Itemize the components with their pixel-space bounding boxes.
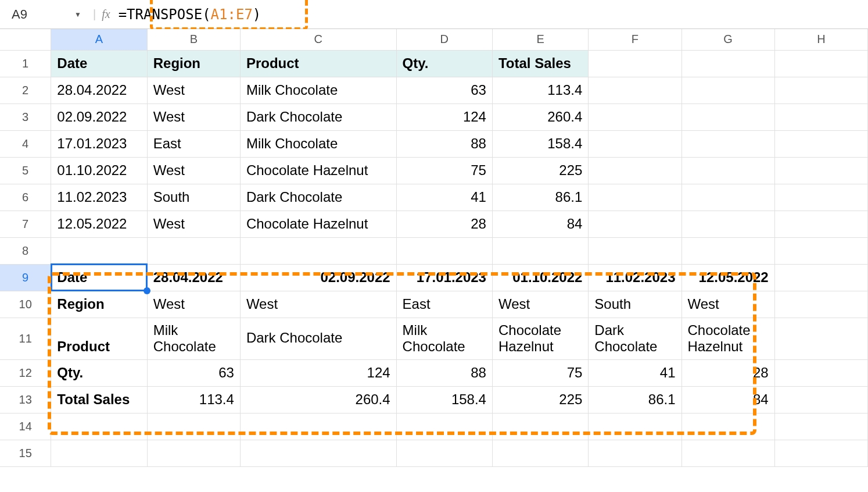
cell-G12[interactable]: 28 bbox=[682, 359, 774, 386]
cell-B4[interactable]: East bbox=[147, 130, 240, 157]
cell-F4[interactable] bbox=[589, 130, 682, 157]
row-header-10[interactable]: 10 bbox=[0, 291, 51, 318]
row-header-9[interactable]: 9 bbox=[0, 264, 51, 291]
cell-B10[interactable]: West bbox=[147, 291, 240, 318]
cell-H1[interactable] bbox=[774, 50, 867, 77]
cell-C11[interactable]: Dark Chocolate bbox=[240, 318, 396, 359]
cell-A11[interactable]: Product bbox=[51, 318, 147, 359]
row-header-11[interactable]: 11 bbox=[0, 318, 51, 359]
cell-C7[interactable]: Chocolate Hazelnut bbox=[240, 211, 396, 237]
cell-B3[interactable]: West bbox=[147, 104, 240, 130]
cell-H10[interactable] bbox=[774, 291, 867, 318]
cell-H6[interactable] bbox=[774, 184, 867, 211]
col-header-B[interactable]: B bbox=[147, 29, 240, 50]
cell-C5[interactable]: Chocolate Hazelnut bbox=[240, 157, 396, 184]
col-header-H[interactable]: H bbox=[774, 29, 867, 50]
cell-E6[interactable]: 86.1 bbox=[492, 184, 588, 211]
cell-F6[interactable] bbox=[589, 184, 682, 211]
cell-A6[interactable]: 11.02.2023 bbox=[51, 184, 147, 211]
row-header-1[interactable]: 1 bbox=[0, 50, 51, 77]
cell-H4[interactable] bbox=[774, 130, 867, 157]
cell-F2[interactable] bbox=[589, 77, 682, 104]
selection-handle[interactable] bbox=[144, 287, 150, 294]
cell-B11[interactable]: Milk Chocolate bbox=[147, 318, 240, 359]
cell-A3[interactable]: 02.09.2022 bbox=[51, 104, 147, 130]
cell-G4[interactable] bbox=[682, 130, 774, 157]
cell-C3[interactable]: Dark Chocolate bbox=[240, 104, 396, 130]
cell-H3[interactable] bbox=[774, 104, 867, 130]
cell-E7[interactable]: 84 bbox=[492, 211, 588, 237]
cell-C2[interactable]: Milk Chocolate bbox=[240, 77, 396, 104]
spreadsheet-grid[interactable]: A B C D E F G H 1 Date Region Product Qt… bbox=[0, 29, 868, 467]
row-header-6[interactable]: 6 bbox=[0, 184, 51, 211]
cell-A4[interactable]: 17.01.2023 bbox=[51, 130, 147, 157]
cell-F1[interactable] bbox=[589, 50, 682, 77]
cell-F13[interactable]: 86.1 bbox=[589, 386, 682, 413]
cell-H13[interactable] bbox=[774, 386, 867, 413]
cell-A8[interactable] bbox=[51, 237, 147, 264]
fx-icon[interactable]: fx bbox=[102, 8, 110, 21]
cell-D11[interactable]: Milk Chocolate bbox=[396, 318, 492, 359]
cell-F9[interactable]: 11.02.2023 bbox=[589, 264, 682, 291]
cell-G3[interactable] bbox=[682, 104, 774, 130]
cell-B7[interactable]: West bbox=[147, 211, 240, 237]
cell-B2[interactable]: West bbox=[147, 77, 240, 104]
cell-A2[interactable]: 28.04.2022 bbox=[51, 77, 147, 104]
row-header-2[interactable]: 2 bbox=[0, 77, 51, 104]
cell-C1[interactable]: Product bbox=[240, 50, 396, 77]
col-header-G[interactable]: G bbox=[682, 29, 774, 50]
cell-D2[interactable]: 63 bbox=[396, 77, 492, 104]
col-header-F[interactable]: F bbox=[589, 29, 682, 50]
cell-A10[interactable]: Region bbox=[51, 291, 147, 318]
cell-E11[interactable]: Chocolate Hazelnut bbox=[492, 318, 588, 359]
row-header-15[interactable]: 15 bbox=[0, 440, 51, 466]
cell-G5[interactable] bbox=[682, 157, 774, 184]
cell-F7[interactable] bbox=[589, 211, 682, 237]
cell-A5[interactable]: 01.10.2022 bbox=[51, 157, 147, 184]
cell-reference-box[interactable]: A9 ▼ bbox=[6, 5, 87, 24]
cell-B1[interactable]: Region bbox=[147, 50, 240, 77]
cell-D5[interactable]: 75 bbox=[396, 157, 492, 184]
cell-D1[interactable]: Qty. bbox=[396, 50, 492, 77]
cell-H11[interactable] bbox=[774, 318, 867, 359]
cell-E4[interactable]: 158.4 bbox=[492, 130, 588, 157]
cell-E13[interactable]: 225 bbox=[492, 386, 588, 413]
cell-H5[interactable] bbox=[774, 157, 867, 184]
cell-G2[interactable] bbox=[682, 77, 774, 104]
cell-B9[interactable]: 28.04.2022 bbox=[147, 264, 240, 291]
cell-D13[interactable]: 158.4 bbox=[396, 386, 492, 413]
row-header-13[interactable]: 13 bbox=[0, 386, 51, 413]
cell-C13[interactable]: 260.4 bbox=[240, 386, 396, 413]
cell-G7[interactable] bbox=[682, 211, 774, 237]
cell-G10[interactable]: West bbox=[682, 291, 774, 318]
cell-B6[interactable]: South bbox=[147, 184, 240, 211]
col-header-E[interactable]: E bbox=[492, 29, 588, 50]
chevron-down-icon[interactable]: ▼ bbox=[74, 10, 81, 19]
cell-A12[interactable]: Qty. bbox=[51, 359, 147, 386]
cell-D7[interactable]: 28 bbox=[396, 211, 492, 237]
cell-H2[interactable] bbox=[774, 77, 867, 104]
cell-G13[interactable]: 84 bbox=[682, 386, 774, 413]
col-header-A[interactable]: A bbox=[51, 29, 147, 50]
cell-E1[interactable]: Total Sales bbox=[492, 50, 588, 77]
cell-E9[interactable]: 01.10.2022 bbox=[492, 264, 588, 291]
row-header-3[interactable]: 3 bbox=[0, 104, 51, 130]
cell-C4[interactable]: Milk Chocolate bbox=[240, 130, 396, 157]
cell-E3[interactable]: 260.4 bbox=[492, 104, 588, 130]
cell-F3[interactable] bbox=[589, 104, 682, 130]
cell-G11[interactable]: Chocolate Hazelnut bbox=[682, 318, 774, 359]
cell-B5[interactable]: West bbox=[147, 157, 240, 184]
cell-E10[interactable]: West bbox=[492, 291, 588, 318]
cell-D10[interactable]: East bbox=[396, 291, 492, 318]
cell-C9[interactable]: 02.09.2022 bbox=[240, 264, 396, 291]
cell-D12[interactable]: 88 bbox=[396, 359, 492, 386]
cell-D9[interactable]: 17.01.2023 bbox=[396, 264, 492, 291]
cell-A9[interactable]: Date bbox=[51, 264, 147, 291]
cell-H12[interactable] bbox=[774, 359, 867, 386]
cell-E2[interactable]: 113.4 bbox=[492, 77, 588, 104]
cell-C12[interactable]: 124 bbox=[240, 359, 396, 386]
cell-G6[interactable] bbox=[682, 184, 774, 211]
cell-D6[interactable]: 41 bbox=[396, 184, 492, 211]
row-header-14[interactable]: 14 bbox=[0, 413, 51, 440]
cell-G9[interactable]: 12.05.2022 bbox=[682, 264, 774, 291]
